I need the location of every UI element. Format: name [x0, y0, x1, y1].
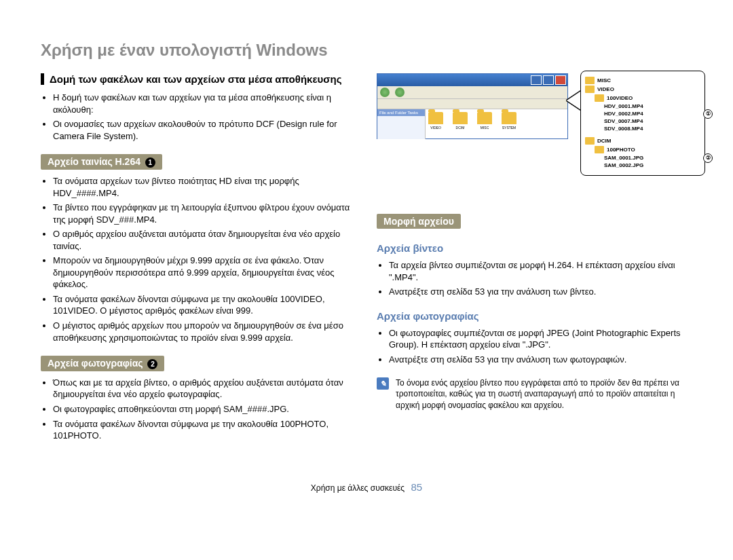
folder-item: MISC — [477, 112, 492, 130]
tree-label: HDV_0002.MP4 — [604, 111, 643, 117]
folder-icon — [595, 94, 604, 102]
tree-label: VIDEO — [597, 86, 614, 92]
close-button — [555, 75, 566, 85]
callout-number: ② — [703, 153, 713, 163]
tree-label: 100PHOTO — [607, 147, 635, 153]
list-item: Οι ονομασίες των αρχείων ακολουθούν το π… — [53, 118, 356, 142]
subsection-video: Αρχεία βίντεο — [377, 242, 692, 254]
folder-icon — [477, 112, 492, 124]
video-list: Τα αρχεία βίντεο συμπιέζονται σε μορφή H… — [377, 259, 692, 298]
callout-number: ① — [703, 109, 713, 119]
sub-heading-label: Αρχεία φωτογραφίας — [48, 358, 143, 369]
tree-label: SAM_0001.JPG — [604, 155, 643, 161]
list-item: Τα ονόματα φακέλων δίνονται σύμφωνα με τ… — [53, 418, 356, 442]
subsection-photo: Αρχεία φωτογραφίας — [377, 310, 692, 322]
tree-label: SAM_0002.JPG — [604, 162, 643, 168]
note-icon: ✎ — [377, 377, 389, 390]
list-item: Ο μέγιστος αριθμός αρχείων που μπορούν ν… — [53, 320, 356, 343]
tree-node: SDV_0007.MP4 — [585, 118, 700, 124]
footer-label: Χρήση με άλλες συσκευές — [311, 483, 405, 493]
list-item: Όπως και με τα αρχεία βίντεο, ο αριθμός … — [53, 377, 356, 400]
sub2-list: Όπως και με τα αρχεία βίντεο, ο αριθμός … — [41, 377, 356, 442]
sub-heading-label: Αρχείο ταινίας H.264 — [48, 156, 140, 167]
sub-heading-photo-file: Αρχεία φωτογραφίας 2 — [41, 356, 164, 371]
list-item: Η δομή των φακέλων και των αρχείων για τ… — [53, 92, 356, 115]
list-item: Τα ονόματα φακέλων δίνονται σύμφωνα με τ… — [53, 293, 356, 317]
page-title: Χρήση με έναν υπολογιστή Windows — [41, 41, 692, 60]
maximize-button — [543, 75, 554, 85]
list-item: Ανατρέξτε στη σελίδα 53 για την ανάλυση … — [389, 354, 692, 366]
callout-number-icon: 2 — [147, 359, 157, 369]
folder-icon — [453, 112, 468, 124]
tree-node: SAM_0002.JPG — [585, 162, 700, 168]
folder-label: VIDEO — [428, 126, 443, 130]
right-column: File and Folder Tasks VIDEO DCIM — [377, 73, 692, 454]
tree-node: HDV_0001.MP4 — [585, 103, 700, 109]
page-footer: Χρήση με άλλες συσκευές 85 — [41, 481, 692, 493]
tree-node: SAM_0001.JPG② — [585, 155, 700, 161]
section-heading: Δομή των φακέλων και των αρχείων στα μέσ… — [41, 73, 356, 85]
explorer-sidebar: File and Folder Tasks — [377, 109, 426, 139]
list-item: Ανατρέξτε στη σελίδα 53 για την ανάλυση … — [389, 286, 692, 298]
list-item: Ο αριθμός αρχείου αυξάνεται αυτόματα ότα… — [53, 228, 356, 252]
address-bar — [377, 99, 567, 109]
illustration-area: File and Folder Tasks VIDEO DCIM — [377, 73, 692, 139]
left-column: Δομή των φακέλων και των αρχείων στα μέσ… — [41, 73, 356, 454]
list-item: Μπορούν να δημιουργηθούν μέχρι 9.999 αρχ… — [53, 255, 356, 291]
folder-label: MISC — [477, 126, 492, 130]
sub-heading-file-format: Μορφή αρχείου — [377, 214, 461, 229]
folder-icon — [428, 112, 443, 124]
sub1-list: Τα ονόματα αρχείων των βίντεο ποιότητας … — [41, 175, 356, 343]
folder-icon — [585, 137, 595, 145]
note-box: ✎ Το όνομα ενός αρχείου βίντεο που εγγρά… — [377, 377, 692, 411]
minimize-button — [531, 75, 542, 85]
photo-list: Οι φωτογραφίες συμπιέζονται σε μορφή JPE… — [377, 327, 692, 366]
folder-icon — [595, 146, 604, 153]
sub-heading-video-file: Αρχείο ταινίας H.264 1 — [41, 154, 162, 170]
explorer-body: File and Folder Tasks VIDEO DCIM — [377, 109, 567, 139]
folder-label: SYSTEM — [502, 126, 516, 130]
list-item: Οι φωτογραφίες αποθηκεύονται στη μορφή S… — [53, 403, 356, 415]
explorer-content: VIDEO DCIM MISC — [426, 109, 567, 139]
folder-icon — [502, 112, 516, 124]
list-item: Τα ονόματα αρχείων των βίντεο ποιότητας … — [53, 175, 356, 199]
folder-icon — [585, 77, 595, 84]
tree-label: 100VIDEO — [607, 95, 633, 101]
tree-label: MISC — [597, 77, 611, 83]
forward-icon — [395, 88, 405, 97]
section1-list: Η δομή των φακέλων και των αρχείων για τ… — [41, 92, 356, 142]
tree-node: 100VIDEO — [585, 94, 700, 102]
tree-node: HDV_0002.MP4① — [585, 111, 700, 117]
callout-number-icon: 1 — [145, 157, 155, 168]
side-panel-heading: File and Folder Tasks — [377, 109, 425, 116]
tree-label: SDV_0008.MP4 — [604, 126, 643, 132]
tree-label: DCIM — [597, 138, 611, 144]
explorer-window: File and Folder Tasks VIDEO DCIM — [377, 73, 568, 139]
tree-node: VIDEO — [585, 86, 700, 93]
list-item: Οι φωτογραφίες συμπιέζονται σε μορφή JPE… — [389, 327, 692, 351]
folder-item: SYSTEM — [502, 112, 516, 130]
page-number: 85 — [411, 481, 423, 493]
list-item: Τα βίντεο που εγγράφηκαν με τη λειτουργί… — [53, 202, 356, 225]
document-page: Χρήση με έναν υπολογιστή Windows Δομή τω… — [0, 0, 733, 513]
folder-item: VIDEO — [428, 112, 443, 130]
folder-tree-diagram: MISC VIDEO 100VIDEO HDV_0001.MP4 HDV_000… — [580, 71, 705, 176]
tree-node: MISC — [585, 77, 700, 84]
list-item: Τα αρχεία βίντεο συμπιέζονται σε μορφή H… — [389, 259, 692, 283]
tree-label: SDV_0007.MP4 — [604, 118, 643, 124]
tree-label: HDV_0001.MP4 — [604, 103, 643, 109]
folder-icon — [585, 86, 595, 93]
content-columns: Δομή των φακέλων και των αρχείων στα μέσ… — [41, 73, 692, 454]
folder-item: DCIM — [453, 112, 468, 130]
note-text: Το όνομα ενός αρχείου βίντεο που εγγράφε… — [396, 377, 692, 411]
explorer-titlebar — [377, 74, 567, 86]
tree-node: DCIM — [585, 137, 700, 145]
tree-node: 100PHOTO — [585, 146, 700, 153]
folder-label: DCIM — [453, 126, 468, 130]
tree-node: SDV_0008.MP4 — [585, 126, 700, 132]
explorer-toolbar — [377, 86, 567, 99]
back-icon — [380, 88, 390, 97]
